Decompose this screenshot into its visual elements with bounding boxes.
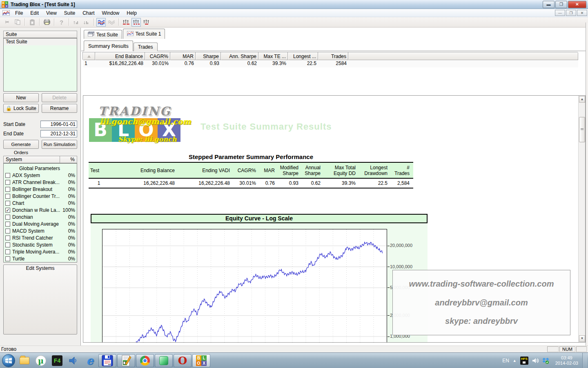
child-minimize-button[interactable]: —	[555, 10, 565, 16]
start-date-input[interactable]	[40, 121, 77, 128]
child-close-button[interactable]: ✕	[577, 10, 587, 16]
system-checkbox[interactable]	[5, 249, 10, 254]
grid-column-header[interactable]: End Balance	[95, 52, 145, 60]
explorer-taskbar-icon[interactable]	[16, 354, 33, 368]
scroll-thumb[interactable]	[579, 117, 585, 142]
system-checkbox[interactable]	[5, 180, 10, 185]
paste-button[interactable]	[27, 18, 37, 27]
new-button[interactable]: New	[3, 93, 39, 102]
grid-column-header[interactable]: Sharpe	[196, 52, 221, 60]
copy-button[interactable]	[13, 18, 22, 27]
subtab-trades[interactable]: Trades	[134, 43, 158, 51]
system-row[interactable]: Stochastic System0%	[4, 241, 77, 248]
menu-item-suite[interactable]: Suite	[60, 9, 79, 17]
system-checkbox[interactable]	[5, 229, 10, 233]
help-button[interactable]: ?	[57, 18, 66, 27]
grid-column-header[interactable]: Ann. Sharpe	[221, 52, 258, 60]
hfs-tray-icon[interactable]: HFS	[520, 357, 528, 365]
run-simulation-button[interactable]: Run Simulation	[42, 140, 77, 149]
multi-chart-button[interactable]	[107, 18, 116, 27]
edit-systems-button[interactable]: Edit Systems	[3, 265, 77, 334]
end-date-input[interactable]	[40, 130, 77, 137]
system-checkbox[interactable]	[5, 187, 10, 192]
internet-explorer-taskbar-icon[interactable]: e	[82, 354, 98, 368]
system-column-header[interactable]: System	[3, 156, 60, 163]
opera-taskbar-button[interactable]: O	[174, 354, 192, 367]
lock-suite-button[interactable]: 🔒Lock Suite	[3, 104, 39, 113]
system-checkbox[interactable]	[5, 256, 10, 261]
equity-chart-button[interactable]	[96, 18, 106, 27]
system-row[interactable]: Turtle0%	[4, 255, 77, 262]
grid-column-header[interactable]: MAR	[170, 52, 196, 60]
system-row[interactable]: Bollinger Breakout0%	[4, 186, 77, 193]
system-row[interactable]: RSI Trend Catcher0%	[4, 234, 77, 241]
system-checkbox[interactable]	[5, 194, 10, 199]
menu-item-chart[interactable]: Chart	[79, 9, 98, 17]
system-row[interactable]: Dual Moving Average0%	[4, 220, 77, 227]
grid-column-header[interactable]: Longest ...	[288, 52, 318, 60]
system-checkbox[interactable]	[5, 236, 10, 240]
chrome-taskbar-button[interactable]	[136, 354, 154, 367]
minimize-button[interactable]: ▬	[543, 1, 555, 8]
system-row[interactable]: Donchian0%	[4, 213, 77, 220]
tab-test-suite-1[interactable]: Test Suite 1	[123, 29, 165, 39]
suite-list[interactable]: Test Suite	[3, 38, 77, 92]
system-row[interactable]: MACD System0%	[4, 227, 77, 234]
suite-list-item[interactable]: Test Suite	[4, 38, 77, 45]
child-window-icon[interactable]	[2, 10, 10, 16]
cut-button[interactable]: ✂	[2, 18, 12, 27]
child-restore-button[interactable]: ❐	[566, 10, 576, 16]
close-button[interactable]: ✕	[568, 1, 586, 8]
menu-item-help[interactable]: Help	[123, 9, 140, 17]
volume-tray-icon[interactable]	[532, 358, 539, 364]
system-checkbox[interactable]	[5, 173, 10, 178]
system-row[interactable]: Bollinger Counter Tr...0%	[4, 193, 77, 200]
rename-button[interactable]: Rename	[42, 104, 77, 113]
utorrent-taskbar-icon[interactable]: µ	[33, 354, 49, 368]
subtab-summary-results[interactable]: Summary Results	[84, 40, 133, 51]
gem-app-taskbar-button[interactable]	[155, 354, 173, 367]
grid-row[interactable]: 1$16,262,226.4830.01%0.760.930.6239.3%22…	[83, 60, 578, 67]
volume-app-taskbar-icon[interactable]	[65, 354, 82, 368]
trade-bars-button-2[interactable]	[131, 18, 141, 27]
sort-ascending-button[interactable]	[71, 18, 81, 27]
generate-orders-button[interactable]: Generate Orders	[3, 140, 39, 149]
percent-column-header[interactable]: %	[60, 156, 77, 163]
report-scrollbar[interactable]: ▲ ▼	[578, 96, 585, 342]
grid-column-header[interactable]: Trades	[318, 52, 348, 60]
language-indicator[interactable]: EN	[502, 358, 509, 364]
system-row[interactable]: Triple Moving Avera...0%	[4, 248, 77, 255]
system-checkbox[interactable]	[5, 222, 10, 227]
start-button[interactable]	[1, 354, 16, 368]
menu-item-view[interactable]: View	[42, 9, 60, 17]
menu-item-file[interactable]: File	[11, 9, 27, 17]
fx-app-taskbar-icon[interactable]: F4	[49, 354, 65, 368]
scroll-up-arrow[interactable]: ▲	[579, 96, 585, 103]
hidden-icons-arrow[interactable]: ▲	[513, 359, 517, 363]
trading-blox-taskbar-button[interactable]: BL OX	[192, 354, 210, 367]
grid-column-header[interactable]: CAGR%	[145, 52, 170, 60]
grid-column-header[interactable]	[83, 52, 95, 60]
system-row[interactable]: ✓Donchian w Rule La...100%	[4, 206, 77, 213]
menu-item-window[interactable]: Window	[98, 9, 123, 17]
dropbox-tray-icon[interactable]	[542, 357, 549, 364]
delete-button[interactable]: Delete	[42, 93, 77, 102]
sort-descending-button[interactable]	[82, 18, 91, 27]
system-row[interactable]: Global Parameters	[4, 165, 77, 172]
system-checkbox[interactable]	[5, 242, 10, 247]
tray-clock[interactable]: 03:49 2014-02-03	[553, 355, 581, 366]
tab-test-suite[interactable]: Test Suite	[84, 30, 122, 39]
editor-app-taskbar-button[interactable]	[117, 354, 135, 367]
system-checkbox[interactable]: ✓	[5, 208, 10, 213]
system-row[interactable]: ATR Channel Break...0%	[4, 179, 77, 186]
trade-bars-button-3[interactable]	[142, 18, 151, 27]
system-checkbox[interactable]	[5, 215, 10, 220]
floppy-app-taskbar-button[interactable]: 64	[98, 354, 116, 367]
system-row[interactable]: Chart0%	[4, 200, 77, 206]
restore-button[interactable]: ❐	[555, 1, 567, 8]
trade-bars-button-1[interactable]	[121, 18, 131, 27]
show-desktop-button[interactable]	[582, 353, 587, 368]
system-row[interactable]: ADX System0%	[4, 172, 77, 179]
print-button[interactable]	[42, 18, 51, 27]
menu-item-edit[interactable]: Edit	[27, 9, 42, 17]
